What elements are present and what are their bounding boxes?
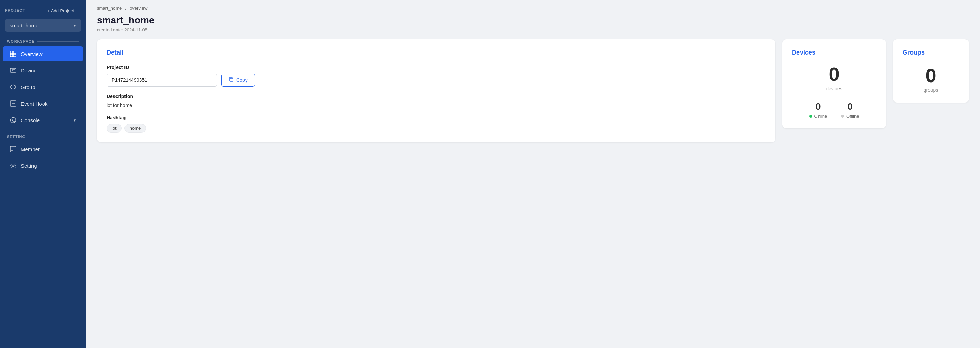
sidebar-item-label: Member	[21, 146, 40, 152]
page-title: smart_home	[97, 15, 969, 26]
project-name: smart_home	[10, 22, 38, 28]
svg-rect-0	[10, 51, 13, 54]
hashtag-chip: home	[124, 124, 146, 133]
sidebar-item-device[interactable]: Device	[3, 63, 83, 78]
project-id-input[interactable]	[107, 74, 217, 87]
sidebar: PROJECT + Add Project smart_home ▾ WORKS…	[0, 0, 86, 348]
sidebar-item-console[interactable]: Console ▾	[3, 112, 83, 128]
devices-label: devices	[792, 86, 876, 92]
hashtag-row: iot home	[107, 124, 765, 133]
groups-label: groups	[902, 87, 959, 93]
online-dot	[809, 115, 812, 118]
groups-card-title: Groups	[902, 49, 959, 56]
sidebar-item-setting[interactable]: Setting	[3, 158, 83, 173]
groups-card: Groups 0 groups	[893, 40, 969, 103]
chevron-down-icon: ▾	[74, 118, 76, 123]
online-block: 0 Online	[809, 101, 827, 119]
offline-dot	[841, 115, 844, 118]
project-dropdown[interactable]: smart_home ▾	[5, 19, 81, 32]
svg-rect-3	[13, 54, 16, 57]
offline-block: 0 Offline	[841, 101, 859, 119]
group-icon	[10, 84, 17, 90]
online-offline-row: 0 Online 0 Offline	[792, 101, 876, 119]
sidebar-item-event-hook[interactable]: Event Hook	[3, 96, 83, 111]
sidebar-item-label: Device	[21, 68, 37, 74]
devices-total: 0	[792, 65, 876, 84]
setting-section-label: SETTING	[0, 128, 86, 141]
sidebar-item-label: Group	[21, 84, 35, 90]
grid-icon	[10, 51, 17, 57]
project-id-label: Project ID	[107, 65, 765, 70]
copy-button-label: Copy	[236, 78, 248, 83]
sidebar-item-overview[interactable]: Overview	[3, 46, 83, 62]
breadcrumb: smart_home / overview	[86, 0, 980, 13]
created-date: created date: 2024-11-05	[97, 27, 969, 32]
sidebar-item-label: Console	[21, 117, 40, 123]
cards-row: Detail Project ID Copy Description iot f…	[86, 40, 980, 153]
online-indicator: Online	[809, 114, 827, 119]
online-count: 0	[815, 101, 821, 112]
sidebar-item-member[interactable]: Member	[3, 142, 83, 157]
project-section-label: PROJECT	[5, 8, 25, 13]
member-icon	[10, 146, 17, 153]
main-content: smart_home / overview smart_home created…	[86, 0, 980, 348]
detail-card-title: Detail	[107, 49, 765, 56]
offline-count: 0	[847, 101, 853, 112]
breadcrumb-separator: /	[125, 6, 127, 11]
description-value: iot for home	[107, 103, 765, 108]
add-project-button[interactable]: + Add Project	[40, 5, 81, 16]
sidebar-item-group[interactable]: Group	[3, 79, 83, 95]
console-icon	[10, 117, 17, 123]
devices-card-title: Devices	[792, 49, 876, 56]
copy-button[interactable]: Copy	[221, 74, 255, 87]
svg-rect-4	[10, 68, 16, 73]
project-id-row: Copy	[107, 74, 765, 87]
online-label: Online	[815, 114, 827, 119]
hashtag-chip: iot	[107, 124, 122, 133]
event-hook-icon	[10, 100, 17, 107]
detail-card: Detail Project ID Copy Description iot f…	[97, 40, 775, 142]
hashtag-label: Hashtag	[107, 115, 765, 120]
svg-point-16	[13, 165, 14, 167]
sidebar-item-label: Overview	[21, 51, 43, 57]
description-label: Description	[107, 93, 765, 99]
devices-card: Devices 0 devices 0 Online 0 Offline	[782, 40, 886, 128]
offline-indicator: Offline	[841, 114, 859, 119]
groups-total: 0	[902, 66, 959, 85]
page-header: smart_home created date: 2024-11-05	[86, 13, 980, 40]
copy-icon	[229, 77, 234, 83]
svg-rect-2	[10, 54, 13, 57]
svg-rect-17	[230, 78, 233, 81]
workspace-section-label: WORKSPACE	[0, 33, 86, 46]
device-icon	[10, 67, 17, 74]
sidebar-item-label: Setting	[21, 163, 37, 169]
offline-label: Offline	[846, 114, 859, 119]
breadcrumb-page: overview	[130, 6, 147, 11]
gear-icon	[10, 162, 17, 169]
breadcrumb-project: smart_home	[97, 6, 122, 11]
sidebar-item-label: Event Hook	[21, 101, 48, 107]
chevron-down-icon: ▾	[74, 23, 76, 28]
svg-rect-1	[13, 51, 16, 54]
